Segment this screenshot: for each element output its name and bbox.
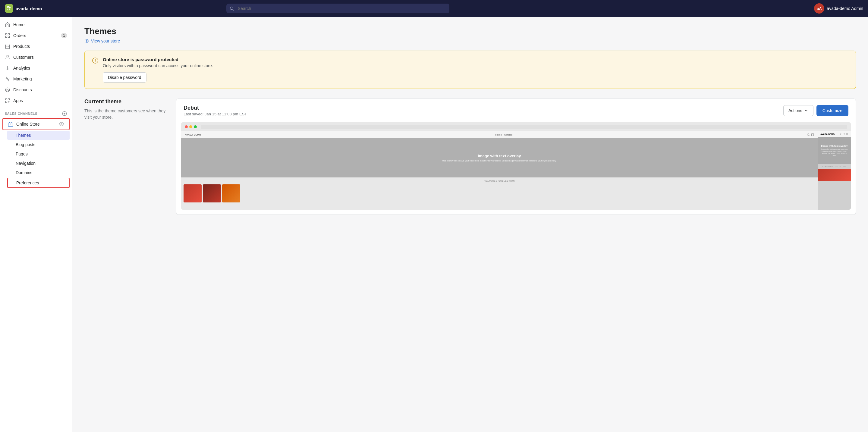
svg-point-29 <box>840 133 841 135</box>
preview-hero-subtitle: Use overlay text to give your customers … <box>442 159 557 162</box>
theme-actions: Actions Customize <box>783 105 848 116</box>
preview-product-3 <box>222 185 240 202</box>
warning-description: Only visitors with a password can access… <box>103 63 213 68</box>
store-name: avada-demo <box>16 6 42 11</box>
shopify-logo-icon <box>5 4 13 13</box>
preview-products <box>181 185 818 202</box>
store-logo[interactable]: avada-demo <box>5 4 42 13</box>
preview-product-1 <box>184 185 202 202</box>
browser-dot-green <box>194 125 197 128</box>
svg-point-27 <box>807 134 809 136</box>
marketing-icon <box>5 76 10 81</box>
sales-channels-label: SALES CHANNELS <box>0 106 72 118</box>
current-theme-title: Current theme <box>84 99 169 105</box>
home-icon <box>5 22 10 27</box>
preview-store-name: AVADA-DEMO <box>185 133 201 136</box>
subnav-domains[interactable]: Domains <box>7 168 70 177</box>
subnav-preferences[interactable]: Preferences <box>7 178 70 188</box>
preview-featured-label: FEATURED COLLECTION <box>181 177 818 185</box>
sidebar-item-customers[interactable]: Customers <box>0 52 72 63</box>
app-body: Home Orders 1 Products Customers Analyti… <box>0 17 868 432</box>
search-input[interactable] <box>226 4 450 13</box>
svg-line-28 <box>809 135 809 136</box>
add-channel-icon[interactable] <box>62 111 67 116</box>
svg-point-23 <box>86 40 87 41</box>
svg-point-7 <box>7 55 8 57</box>
apps-icon <box>5 98 10 103</box>
sidebar-item-label: Marketing <box>13 76 32 81</box>
search-icon <box>229 6 234 11</box>
theme-info: Debut Last saved: Jan 15 at 11:08 pm EST <box>184 105 247 116</box>
actions-button[interactable]: Actions <box>783 105 813 116</box>
sidebar-item-online-store[interactable]: Online Store <box>2 118 70 130</box>
preview-product-2 <box>203 185 221 202</box>
sidebar-item-products[interactable]: Products <box>0 41 72 52</box>
warning-content: Online store is password protected Only … <box>103 57 213 82</box>
theme-description: Current theme This is the theme customer… <box>84 99 169 121</box>
sidebar-item-orders[interactable]: Orders 1 <box>0 30 72 41</box>
analytics-icon <box>5 65 10 71</box>
preview-content: AVADA-DEMO Home Catalog <box>181 131 851 210</box>
mobile-search-icon <box>839 133 842 135</box>
svg-rect-4 <box>5 36 7 38</box>
svg-point-13 <box>7 89 7 90</box>
mobile-featured-label: FEATURED COLLECTION <box>818 164 851 169</box>
preview-hero: Image with text overlay Use overlay text… <box>181 138 818 177</box>
user-menu[interactable]: aA avada-demo Admin <box>814 3 863 13</box>
sidebar-item-apps[interactable]: Apps <box>0 95 72 106</box>
theme-preview: AVADA-DEMO Home Catalog <box>181 122 851 210</box>
subnav-pages[interactable]: Pages <box>7 149 70 159</box>
mobile-menu-icon <box>846 133 848 135</box>
orders-icon <box>5 33 10 38</box>
customize-button[interactable]: Customize <box>816 105 848 116</box>
browser-url-bar <box>201 125 847 129</box>
svg-rect-5 <box>8 36 10 38</box>
theme-card: Debut Last saved: Jan 15 at 11:08 pm EST… <box>176 99 856 215</box>
svg-point-14 <box>8 90 9 91</box>
svg-point-22 <box>61 124 62 125</box>
view-store-link[interactable]: View your store <box>84 39 856 43</box>
search-container <box>226 4 450 13</box>
sidebar-item-label: Home <box>13 22 24 27</box>
page-title: Themes <box>84 27 856 36</box>
sidebar-item-home[interactable]: Home <box>0 19 72 30</box>
subnav-blog-posts[interactable]: Blog posts <box>7 140 70 149</box>
preview-nav: Home Catalog <box>495 133 513 136</box>
sidebar-item-label: Analytics <box>13 66 30 70</box>
mobile-cart-icon <box>843 133 845 135</box>
user-name: avada-demo Admin <box>827 6 863 11</box>
subnav-themes[interactable]: Themes <box>7 131 70 140</box>
sidebar-item-label: Orders <box>13 33 26 38</box>
mobile-hero-subtitle: Use overlay text to give your customers … <box>820 148 848 157</box>
svg-rect-2 <box>5 33 7 35</box>
warning-banner: Online store is password protected Only … <box>84 51 856 89</box>
sidebar-item-label: Apps <box>13 98 23 103</box>
online-store-subnav: Themes Blog posts Pages Navigation Domai… <box>0 131 72 188</box>
sidebar-item-discounts[interactable]: Discounts <box>0 85 72 95</box>
discounts-icon <box>5 87 10 93</box>
themes-section: Current theme This is the theme customer… <box>84 99 856 215</box>
browser-bar <box>181 122 851 131</box>
eye-icon <box>84 39 89 43</box>
warning-title: Online store is password protected <box>103 57 213 62</box>
subnav-navigation[interactable]: Navigation <box>7 159 70 168</box>
preview-hero-title: Image with text overlay <box>478 154 521 158</box>
theme-name: Debut <box>184 105 247 111</box>
mobile-product-img <box>818 169 851 181</box>
avatar: aA <box>814 3 824 13</box>
sidebar-item-analytics[interactable]: Analytics <box>0 63 72 73</box>
svg-rect-17 <box>5 101 7 103</box>
preview-topbar: AVADA-DEMO Home Catalog <box>181 131 818 138</box>
mobile-topbar: AVADA-DEMO <box>818 131 851 137</box>
eye-icon[interactable] <box>59 122 64 127</box>
sidebar-item-label: Discounts <box>13 87 32 92</box>
svg-line-30 <box>841 135 842 135</box>
browser-dot-yellow <box>189 125 192 128</box>
svg-point-0 <box>230 7 233 10</box>
preview-icons <box>807 133 814 136</box>
disable-password-button[interactable]: Disable password <box>103 72 147 82</box>
sidebar-item-marketing[interactable]: Marketing <box>0 73 72 85</box>
svg-rect-15 <box>5 99 7 100</box>
sidebar-item-label: Customers <box>13 55 34 60</box>
preview-main: AVADA-DEMO Home Catalog <box>181 131 818 210</box>
